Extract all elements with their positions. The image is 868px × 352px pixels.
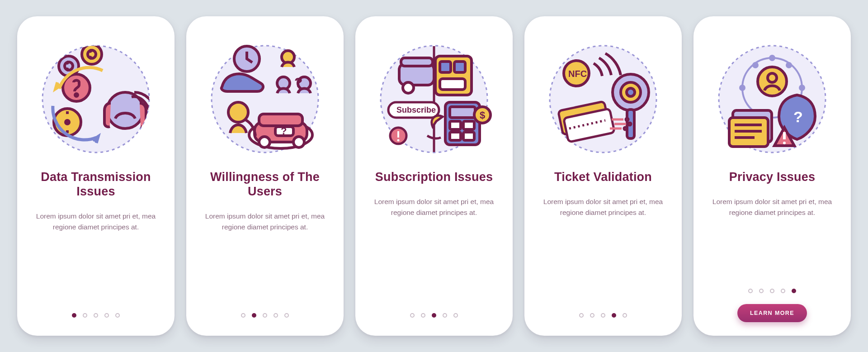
- slide-title: Privacy Issues: [729, 170, 815, 185]
- onboarding-card-3: Subscribe $: [355, 16, 513, 336]
- slide-title: Data Transmission Issues: [30, 170, 162, 199]
- pager: [579, 313, 627, 322]
- svg-text:?: ?: [281, 125, 287, 137]
- pager-dot[interactable]: [579, 313, 584, 318]
- svg-point-23: [293, 137, 304, 147]
- svg-point-70: [787, 63, 791, 67]
- svg-point-60: [624, 127, 627, 130]
- svg-point-61: [628, 123, 631, 125]
- illustration-ticket-validation: NFC: [542, 38, 664, 160]
- pager-dot[interactable]: [104, 313, 109, 318]
- svg-rect-40: [450, 107, 475, 118]
- onboarding-row: Data Transmission Issues Lorem ipsum dol…: [17, 16, 851, 336]
- svg-point-69: [753, 63, 758, 67]
- pager-dot[interactable]: [770, 289, 774, 293]
- svg-point-10: [66, 120, 69, 124]
- pager-dot[interactable]: [274, 313, 278, 318]
- svg-point-8: [75, 94, 78, 96]
- onboarding-card-4: NFC: [524, 16, 682, 336]
- svg-point-55: [627, 88, 635, 96]
- pager-dot[interactable]: [410, 313, 415, 318]
- pager-dot[interactable]: [72, 313, 76, 318]
- slide-title: Subscription Issues: [375, 170, 493, 185]
- pager-dot[interactable]: [792, 289, 796, 293]
- svg-rect-31: [401, 58, 433, 66]
- illustration-subscription: Subscribe $: [373, 38, 495, 160]
- pager-dot[interactable]: [748, 289, 753, 293]
- svg-text:Subscribe: Subscribe: [396, 105, 436, 114]
- pager-dot[interactable]: [590, 313, 594, 318]
- learn-more-button[interactable]: LEARN MORE: [737, 304, 807, 322]
- svg-rect-41: [450, 121, 461, 129]
- svg-point-62: [626, 118, 628, 121]
- slide-title: Willingness of The Users: [199, 170, 331, 199]
- illustration-user-willingness: ? ?: [204, 38, 326, 160]
- svg-rect-35: [454, 62, 465, 72]
- onboarding-card-2: ? ? Willingness of The Users Lorem ip: [186, 16, 344, 336]
- slide-body: Lorem ipsum dolor sit amet pri et, mea r…: [371, 196, 497, 230]
- illustration-privacy: ?: [711, 38, 833, 160]
- svg-point-66: [740, 86, 745, 90]
- pager-dot[interactable]: [781, 289, 785, 293]
- svg-point-48: [397, 139, 400, 142]
- slide-body: Lorem ipsum dolor sit amet pri et, mea r…: [540, 196, 666, 230]
- illustration-data-transmission: [35, 38, 157, 160]
- pager-dot[interactable]: [759, 289, 764, 293]
- onboarding-card-5: ? Privacy Issues Lorem ipsum dolor sit a…: [693, 16, 851, 336]
- svg-point-80: [783, 142, 786, 144]
- svg-point-22: [259, 137, 270, 147]
- pager-dot[interactable]: [623, 313, 627, 318]
- onboarding-card-1: Data Transmission Issues Lorem ipsum dol…: [17, 16, 175, 336]
- pager-dot[interactable]: [612, 313, 616, 318]
- pager-dot[interactable]: [443, 313, 447, 318]
- svg-text:?: ?: [294, 75, 302, 90]
- svg-text:?: ?: [793, 108, 803, 125]
- pager-dot[interactable]: [241, 313, 245, 318]
- pager-dot[interactable]: [432, 313, 436, 318]
- pager-dot[interactable]: [94, 313, 98, 318]
- svg-point-32: [403, 82, 414, 93]
- slide-body: Lorem ipsum dolor sit amet pri et, mea r…: [709, 196, 835, 230]
- pager-dot[interactable]: [263, 313, 267, 318]
- pager-dot[interactable]: [453, 313, 458, 318]
- svg-text:$: $: [480, 109, 485, 121]
- svg-point-67: [800, 86, 804, 90]
- svg-rect-34: [440, 62, 451, 72]
- pager-dot[interactable]: [83, 313, 87, 318]
- slide-body: Lorem ipsum dolor sit amet pri et, mea r…: [202, 211, 328, 244]
- pager-dot[interactable]: [252, 313, 256, 318]
- svg-rect-44: [463, 132, 474, 140]
- slide-body: Lorem ipsum dolor sit amet pri et, mea r…: [33, 211, 159, 244]
- pager-dot[interactable]: [284, 313, 289, 318]
- pager: [748, 289, 796, 298]
- pager: [410, 313, 458, 322]
- pager-dot[interactable]: [115, 313, 120, 318]
- svg-rect-21: [259, 114, 302, 126]
- svg-point-68: [770, 56, 774, 60]
- pager: [72, 313, 120, 322]
- pager-dot[interactable]: [601, 313, 605, 318]
- pager: [241, 313, 289, 322]
- slide-title: Ticket Validation: [554, 170, 652, 185]
- svg-point-5: [82, 44, 102, 64]
- pager-dot[interactable]: [421, 313, 425, 318]
- svg-rect-42: [463, 121, 474, 129]
- svg-rect-36: [440, 79, 465, 90]
- svg-rect-43: [450, 132, 461, 140]
- svg-text:NFC: NFC: [568, 69, 587, 79]
